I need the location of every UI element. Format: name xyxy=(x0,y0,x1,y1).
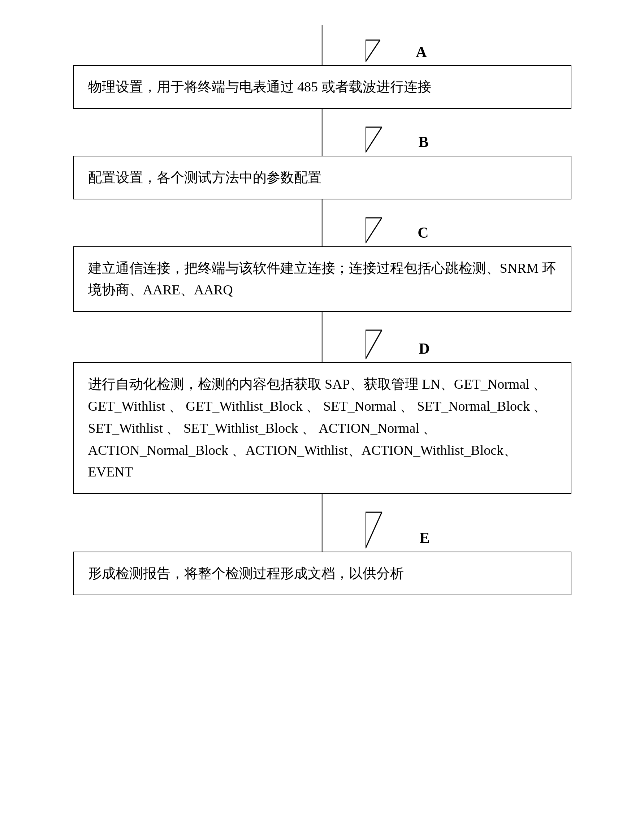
diagram-container: A 物理设置，用于将终端与电表通过 485 或者载波进行连接 B 配置设置，各个… xyxy=(42,14,602,595)
label-b: B xyxy=(418,133,428,151)
connector-c: C xyxy=(73,199,572,246)
flow-block-c: 建立通信连接，把终端与该软件建立连接；连接过程包括心跳检测、SNRM 环境协商、… xyxy=(73,246,572,312)
block-e-text: 形成检测报告，将整个检测过程形成文档，以供分析 xyxy=(88,563,556,584)
connector-b: B xyxy=(73,109,572,156)
connector-e: E xyxy=(73,494,572,552)
connector-a: A xyxy=(73,25,572,65)
label-d: D xyxy=(419,340,429,357)
svg-line-5 xyxy=(366,127,382,153)
block-c-text: 建立通信连接，把终端与该软件建立连接；连接过程包括心跳检测、SNRM 环境协商、… xyxy=(88,257,556,301)
svg-line-8 xyxy=(366,218,382,243)
label-c: C xyxy=(418,224,428,241)
flow-block-b: 配置设置，各个测试方法中的参数配置 xyxy=(73,156,572,199)
block-b-text: 配置设置，各个测试方法中的参数配置 xyxy=(88,167,556,188)
flow-block-a: 物理设置，用于将终端与电表通过 485 或者载波进行连接 xyxy=(73,65,572,109)
label-a: A xyxy=(416,43,427,61)
svg-line-11 xyxy=(366,330,382,359)
block-a-text: 物理设置，用于将终端与电表通过 485 或者载波进行连接 xyxy=(88,76,556,98)
flow-block-d: 进行自动化检测，检测的内容包括获取 SAP、获取管理 LN、GET_Normal… xyxy=(73,362,572,494)
label-e: E xyxy=(419,529,429,547)
block-d-text: 进行自动化检测，检测的内容包括获取 SAP、获取管理 LN、GET_Normal… xyxy=(88,373,556,483)
connector-d: D xyxy=(73,312,572,362)
flow-block-e: 形成检测报告，将整个检测过程形成文档，以供分析 xyxy=(73,552,572,595)
svg-line-2 xyxy=(366,40,380,62)
svg-line-14 xyxy=(366,512,382,548)
